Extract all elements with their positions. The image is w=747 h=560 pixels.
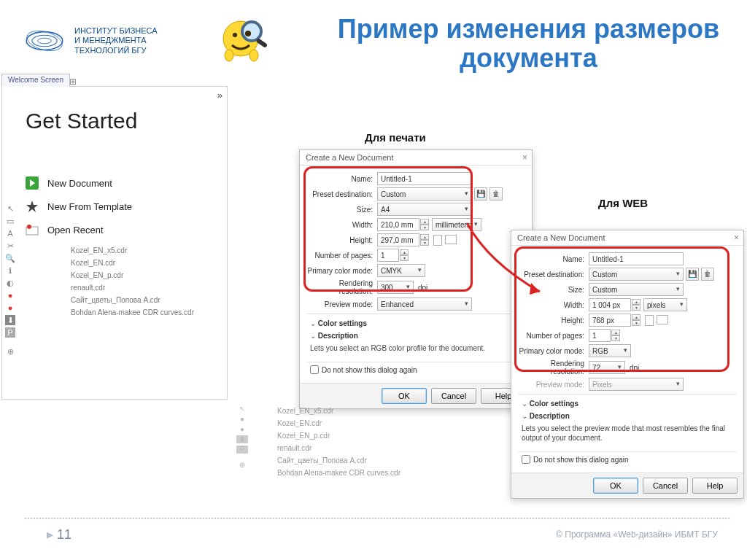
- tool-fill-icon[interactable]: ◐: [5, 278, 15, 288]
- delete-preset-icon[interactable]: 🗑: [701, 268, 714, 281]
- ok-button[interactable]: OK: [593, 478, 638, 494]
- tool-shape-icon[interactable]: ▭: [5, 216, 15, 226]
- color-mode-select[interactable]: RGB: [589, 344, 631, 357]
- res-label: Rendering resolution:: [307, 279, 377, 295]
- dialog-title: Create a New Document ×: [511, 230, 743, 246]
- institute-logo-block: ИНСТИТУТ БИЗНЕСА И МЕНЕДЖМЕНТА ТЕХНОЛОГИ…: [22, 26, 158, 55]
- preset-label: Preset destination:: [519, 271, 589, 279]
- new-from-template-item[interactable]: New From Template: [26, 195, 227, 218]
- units-select[interactable]: pixels: [643, 298, 687, 311]
- save-preset-icon[interactable]: 💾: [474, 187, 487, 201]
- dont-show-checkbox[interactable]: [310, 365, 319, 374]
- welcome-tab[interactable]: Welcome Screen: [1, 74, 70, 87]
- res-label: Rendering resolution:: [519, 359, 589, 376]
- tool-eyedrop-icon[interactable]: ℹ: [5, 265, 15, 276]
- width-input[interactable]: 1 004 px: [589, 298, 631, 311]
- recent-file[interactable]: Kozel_EN_p.cdr: [71, 269, 227, 281]
- description-section[interactable]: Description: [307, 330, 525, 342]
- welcome-screen-panel: Welcome Screen ⊞ » Get Started ↖ ▭ A ✂ 🔍…: [1, 86, 228, 400]
- tool-crop-icon[interactable]: ✂: [5, 241, 15, 251]
- new-document-label: New Document: [47, 178, 112, 189]
- svg-point-2: [38, 38, 52, 44]
- color-label: Primary color mode:: [519, 347, 589, 355]
- add-tab-icon[interactable]: ⊞: [69, 77, 77, 87]
- pages-input[interactable]: 1: [377, 249, 399, 262]
- dont-show-checkbox[interactable]: [522, 455, 530, 464]
- height-input[interactable]: 297,0 mm: [377, 233, 419, 246]
- get-started-heading: Get Started: [2, 87, 227, 133]
- name-label: Name:: [307, 175, 377, 183]
- tool-add-icon[interactable]: ⊕: [5, 346, 15, 357]
- width-spinner[interactable]: ▴▾: [420, 219, 429, 230]
- recent-file[interactable]: Kozel_EN.cdr: [71, 257, 227, 269]
- folder-red-icon: [26, 223, 39, 236]
- orientation-toggle[interactable]: [433, 235, 457, 246]
- collapse-icon[interactable]: »: [217, 90, 222, 101]
- cancel-button[interactable]: Cancel: [431, 388, 476, 404]
- label-for-web: Для WEB: [598, 197, 648, 209]
- close-icon[interactable]: ×: [522, 152, 527, 163]
- svg-point-6: [242, 22, 261, 41]
- copyright-text: © Программа «Web-дизайн» ИБМТ БГУ: [556, 529, 718, 540]
- size-label: Size:: [307, 206, 377, 214]
- tool-red2-icon[interactable]: ●: [5, 303, 15, 313]
- pages-label: Number of pages:: [519, 332, 589, 340]
- resolution-select[interactable]: 300: [377, 281, 414, 294]
- recent-file[interactable]: Bohdan Alena-makee CDR curves.cdr: [71, 306, 227, 319]
- svg-point-7: [245, 31, 251, 36]
- resolution-select[interactable]: 72: [589, 361, 625, 374]
- tool-download-icon[interactable]: ⬇: [5, 315, 15, 325]
- width-label: Width:: [519, 301, 589, 309]
- pages-label: Number of pages:: [307, 252, 377, 260]
- tool-arrow-icon[interactable]: ↖: [5, 203, 15, 214]
- description-section[interactable]: Description: [519, 410, 736, 422]
- pages-input[interactable]: 1: [589, 329, 611, 342]
- height-spinner[interactable]: ▴▾: [420, 234, 429, 246]
- cancel-button[interactable]: Cancel: [643, 478, 688, 494]
- create-document-dialog-print: Create a New Document × Name:Untitled-1 …: [299, 149, 533, 409]
- delete-preset-icon[interactable]: 🗑: [489, 187, 503, 201]
- color-mode-select[interactable]: CMYK: [377, 264, 425, 277]
- save-preset-icon[interactable]: 💾: [686, 268, 699, 281]
- size-select[interactable]: A4: [377, 203, 472, 216]
- svg-point-10: [249, 50, 258, 61]
- preset-select[interactable]: Custom: [589, 268, 684, 281]
- new-from-template-label: New From Template: [47, 201, 132, 212]
- preview-label: Preview mode:: [519, 381, 589, 389]
- tool-zoom-icon[interactable]: 🔍: [5, 253, 15, 263]
- help-button[interactable]: Help: [692, 478, 738, 494]
- recent-file[interactable]: renault.cdr: [71, 281, 227, 294]
- tool-page-icon[interactable]: P: [5, 327, 15, 338]
- close-icon[interactable]: ×: [734, 233, 739, 243]
- preview-select: Pixels: [589, 378, 684, 391]
- height-input[interactable]: 768 px: [589, 314, 631, 327]
- dpi-label: dpi: [418, 284, 427, 292]
- tool-text-icon[interactable]: A: [5, 228, 15, 238]
- description-text: Lets you select an RGB color profile for…: [307, 342, 525, 359]
- open-recent-item[interactable]: Open Recent: [26, 218, 227, 241]
- color-settings-section[interactable]: Color settings: [307, 317, 525, 330]
- units-select[interactable]: millimeters: [432, 218, 481, 231]
- left-toolbar: ↖ ▭ A ✂ 🔍 ℹ ◐ ● ● ⬇ P ⊕: [4, 203, 17, 357]
- tool-red1-icon[interactable]: ●: [5, 290, 15, 300]
- orientation-toggle[interactable]: [645, 315, 668, 326]
- recent-file[interactable]: Сайт_цветы_Попова A.cdr: [71, 294, 227, 306]
- page-number: 11: [47, 526, 71, 542]
- recent-file[interactable]: Kozel_EN_x5.cdr: [71, 244, 227, 257]
- svg-point-1: [32, 35, 57, 47]
- height-spinner[interactable]: ▴▾: [632, 314, 640, 326]
- name-input[interactable]: Untitled-1: [589, 252, 684, 265]
- description-text: Lets you select the preview mode that mo…: [519, 422, 736, 448]
- pages-spinner[interactable]: ▴▾: [400, 249, 409, 261]
- width-input[interactable]: 210,0 mm: [377, 218, 419, 231]
- preview-select[interactable]: Enhanced: [377, 298, 472, 311]
- new-document-item[interactable]: New Document: [26, 171, 227, 195]
- size-select[interactable]: Custom: [589, 283, 684, 296]
- ok-button[interactable]: OK: [382, 388, 427, 404]
- color-settings-section[interactable]: Color settings: [519, 397, 736, 410]
- name-input[interactable]: Untitled-1: [377, 172, 472, 185]
- preset-select[interactable]: Custom: [377, 187, 472, 201]
- footer-divider: [25, 518, 729, 519]
- width-spinner[interactable]: ▴▾: [632, 299, 640, 311]
- pages-spinner[interactable]: ▴▾: [611, 330, 620, 341]
